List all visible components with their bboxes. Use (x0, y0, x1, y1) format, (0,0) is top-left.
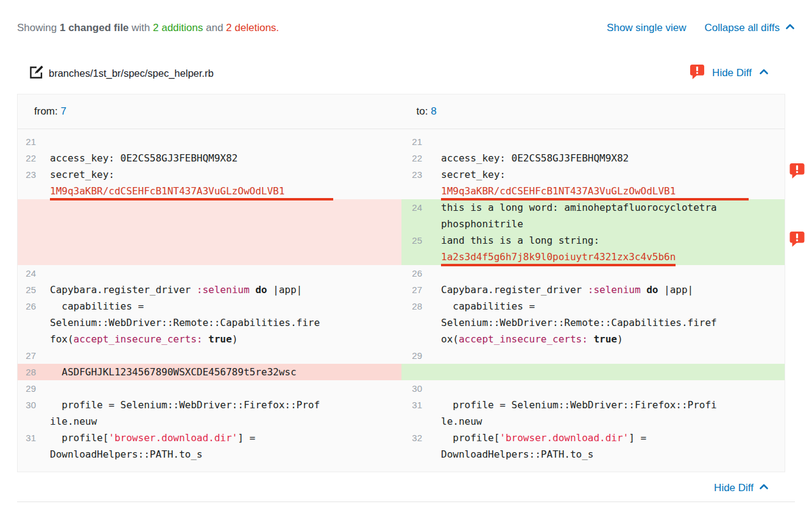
diff-line: 32 profile['browser.download.dir'] = (401, 430, 785, 446)
diff-line: 1a2s3d4f5g6h7j8k9l0poiuytr4321zx3c4v5b6n (401, 249, 785, 265)
line-number: 32 (401, 430, 422, 446)
diff-panel: from: 7 to: 8 2122access_key: 0E2CS58GJ3… (17, 94, 785, 472)
code-text: secret_key: (36, 166, 401, 183)
diff-column-before: 2122access_key: 0E2CS58GJ3FEBHQM9X8223se… (18, 133, 401, 463)
code-text (422, 380, 785, 397)
code-text: phosphonitrile (422, 216, 785, 232)
line-number (18, 314, 36, 331)
diff-line: ox(accept_insecure_certs: true) (401, 331, 785, 347)
changes-summary: Showing 1 changed file with 2 additions … (17, 22, 279, 34)
line-number: 24 (18, 265, 36, 282)
code-text: fox(accept_insecure_certs: true) (36, 331, 401, 347)
added-placeholder-block (401, 364, 785, 380)
diff-line: 21 (18, 133, 401, 150)
diff-line: 25iand this is a long string: (401, 232, 785, 249)
diff-line: phosphonitrile (401, 216, 785, 232)
code-text: profile['browser.download.dir'] = (36, 430, 401, 446)
to-revision-number[interactable]: 8 (431, 105, 436, 117)
diff-column-after: 2122access_key: 0E2CS58GJ3FEBHQM9X8223se… (401, 133, 785, 463)
file-path: branches/1st_br/spec/spec_helper.rb (49, 68, 214, 79)
diff-line: 26 capabilities = (18, 298, 401, 314)
diff-line: 24 (18, 265, 401, 282)
to-label: to: (417, 105, 428, 117)
code-text (422, 347, 785, 364)
line-number: 30 (401, 380, 422, 397)
diff-line: 28 capabilities = (401, 298, 785, 314)
line-number (401, 249, 422, 265)
file-header-actions: Hide Diff (690, 64, 769, 82)
line-number: 23 (18, 166, 36, 183)
code-text: access_key: 0E2CS58GJ3FEBHQM9X82 (36, 150, 401, 166)
line-number: 29 (18, 380, 36, 397)
diff-line: 30 profile = Selenium::WebDriver::Firefo… (18, 397, 401, 413)
code-text (36, 265, 401, 282)
diff-line: DownloadHelpers::PATH.to_s (18, 446, 401, 463)
code-text (36, 347, 401, 364)
diff-line: 29 (18, 380, 401, 397)
diff-line: fox(accept_insecure_certs: true) (18, 331, 401, 347)
diff-page: Showing 1 changed file with 2 additions … (0, 0, 812, 521)
line-number (401, 446, 422, 463)
code-text: iand this is a long string: (422, 232, 785, 249)
diff-line: 28 ASDFGHJKL1234567890WSXCDE456789t5re32… (18, 364, 401, 380)
from-revision-number[interactable]: 7 (60, 105, 66, 117)
diff-line: 23secret_key: (18, 166, 401, 183)
hide-diff-footer[interactable]: Hide Diff (714, 482, 769, 494)
to-revision: to: 8 (401, 105, 785, 118)
deleted-placeholder-block (18, 199, 401, 265)
line-number (18, 413, 36, 430)
diff-line: 23secret_key: (401, 166, 785, 183)
diff-line: Selenium::WebDriver::Remote::Capabilitie… (18, 314, 401, 331)
line-number: 24 (401, 199, 422, 216)
view-controls: Show single view Collapse all diffs (607, 22, 795, 34)
code-text: Selenium::WebDriver::Remote::Capabilitie… (422, 314, 785, 331)
file-title: branches/1st_br/spec/spec_helper.rb (29, 65, 214, 82)
line-number: 26 (18, 298, 36, 314)
line-number (18, 331, 36, 347)
hide-diff-link-bottom[interactable]: Hide Diff (714, 482, 754, 494)
from-label: from: (34, 105, 58, 117)
line-number (18, 183, 36, 199)
collapse-all-diffs-link[interactable]: Collapse all diffs (705, 22, 780, 34)
deletions-count: 2 deletions. (226, 22, 279, 34)
line-number: 30 (18, 397, 36, 413)
code-text: DownloadHelpers::PATH.to_s (422, 446, 785, 463)
code-text: 1M9q3aKBR/cdCSEHFcB1NT437A3VuGLzOwOdLVB1 (422, 183, 785, 199)
chevron-up-icon (759, 68, 769, 79)
line-number: 25 (18, 282, 36, 298)
code-text (422, 265, 785, 282)
line-number (401, 314, 422, 331)
chevron-up-icon (785, 22, 795, 34)
code-text: access_key: 0E2CS58GJ3FEBHQM9X82 (422, 150, 785, 166)
section-divider (17, 502, 795, 502)
code-text (422, 133, 785, 150)
code-text: ASDFGHJKL1234567890WSXCDE456789t5re32wsc (36, 364, 401, 380)
hide-diff-link-top[interactable]: Hide Diff (712, 67, 752, 79)
show-single-view-link[interactable]: Show single view (607, 22, 686, 34)
comment-badge-icon[interactable] (690, 64, 705, 82)
diff-line: 30 (401, 380, 785, 397)
diff-line: ile.neuw (18, 413, 401, 430)
from-revision: from: 7 (18, 105, 401, 118)
line-number: 31 (18, 430, 36, 446)
collapse-all-diffs-control[interactable]: Collapse all diffs (705, 22, 795, 34)
code-text: 1a2s3d4f5g6h7j8k9l0poiuytr4321zx3c4v5b6n (422, 249, 785, 265)
code-text: this is a long word: aminoheptafluorocyc… (422, 199, 785, 216)
comment-badge-secret-key[interactable] (789, 163, 805, 179)
diff-line: 21 (401, 133, 785, 150)
diff-line: 27 (18, 347, 401, 364)
code-text: profile['browser.download.dir'] = (422, 430, 785, 446)
diff-line: 31 profile = Selenium::WebDriver::Firefo… (401, 397, 785, 413)
comment-badge-long-string[interactable] (789, 231, 805, 247)
code-text: profile = Selenium::WebDriver::Firefox::… (36, 397, 401, 413)
diff-line: Selenium::WebDriver::Remote::Capabilitie… (401, 314, 785, 331)
code-text: Capybara.register_driver :selenium do |a… (36, 282, 401, 298)
code-text: Selenium::WebDriver::Remote::Capabilitie… (36, 314, 401, 331)
code-text: 1M9q3aKBR/cdCSEHFcB1NT437A3VuGLzOwOdLVB1 (36, 183, 401, 199)
diff-line: 25Capybara.register_driver :selenium do … (18, 282, 401, 298)
line-number (401, 183, 422, 199)
line-number: 27 (18, 347, 36, 364)
diff-line: 1M9q3aKBR/cdCSEHFcB1NT437A3VuGLzOwOdLVB1 (18, 183, 401, 199)
line-number: 27 (401, 282, 422, 298)
diff-body: 2122access_key: 0E2CS58GJ3FEBHQM9X8223se… (18, 129, 785, 472)
